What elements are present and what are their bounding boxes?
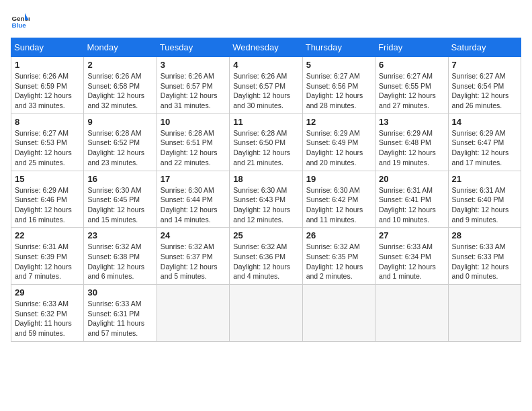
day-info: Sunrise: 6:27 AM Sunset: 6:53 PM Dayligh… [15, 128, 80, 168]
calendar-day-cell: 3Sunrise: 6:26 AM Sunset: 6:57 PM Daylig… [157, 57, 229, 114]
calendar-day-cell [448, 285, 521, 342]
day-number: 3 [161, 60, 226, 70]
calendar-day-cell: 2Sunrise: 6:26 AM Sunset: 6:58 PM Daylig… [84, 57, 157, 114]
calendar-day-cell: 7Sunrise: 6:27 AM Sunset: 6:54 PM Daylig… [448, 57, 521, 114]
day-info: Sunrise: 6:26 AM Sunset: 6:58 PM Dayligh… [87, 71, 152, 111]
day-info: Sunrise: 6:28 AM Sunset: 6:51 PM Dayligh… [161, 128, 226, 168]
calendar-day-cell: 8Sunrise: 6:27 AM Sunset: 6:53 PM Daylig… [11, 113, 84, 171]
day-info: Sunrise: 6:26 AM Sunset: 6:57 PM Dayligh… [233, 71, 298, 111]
day-info: Sunrise: 6:33 AM Sunset: 6:31 PM Dayligh… [87, 299, 152, 338]
day-info: Sunrise: 6:32 AM Sunset: 6:35 PM Dayligh… [306, 242, 371, 281]
weekday-header: Monday [84, 38, 157, 57]
day-number: 1 [15, 60, 80, 70]
day-info: Sunrise: 6:27 AM Sunset: 6:56 PM Dayligh… [306, 71, 371, 111]
day-number: 30 [87, 287, 152, 298]
day-number: 8 [15, 117, 80, 127]
day-number: 13 [379, 117, 444, 127]
calendar-day-cell: 25Sunrise: 6:32 AM Sunset: 6:36 PM Dayli… [230, 228, 302, 285]
day-info: Sunrise: 6:27 AM Sunset: 6:55 PM Dayligh… [379, 71, 444, 111]
weekday-header: Saturday [448, 38, 521, 57]
day-info: Sunrise: 6:26 AM Sunset: 6:59 PM Dayligh… [15, 71, 80, 111]
logo-icon: General Blue [11, 11, 30, 30]
calendar-day-cell: 27Sunrise: 6:33 AM Sunset: 6:34 PM Dayli… [375, 228, 448, 285]
calendar-day-cell: 1Sunrise: 6:26 AM Sunset: 6:59 PM Daylig… [11, 57, 84, 114]
day-info: Sunrise: 6:33 AM Sunset: 6:33 PM Dayligh… [452, 242, 517, 281]
calendar-week-row: 22Sunrise: 6:31 AM Sunset: 6:39 PM Dayli… [11, 228, 521, 285]
day-info: Sunrise: 6:29 AM Sunset: 6:46 PM Dayligh… [15, 185, 80, 225]
day-info: Sunrise: 6:32 AM Sunset: 6:37 PM Dayligh… [161, 242, 226, 281]
calendar-day-cell: 16Sunrise: 6:30 AM Sunset: 6:45 PM Dayli… [84, 171, 157, 228]
weekday-header: Wednesday [230, 38, 302, 57]
day-info: Sunrise: 6:28 AM Sunset: 6:50 PM Dayligh… [233, 128, 298, 168]
calendar-day-cell: 20Sunrise: 6:31 AM Sunset: 6:41 PM Dayli… [375, 171, 448, 228]
calendar-day-cell: 13Sunrise: 6:29 AM Sunset: 6:48 PM Dayli… [375, 113, 448, 171]
day-number: 10 [161, 117, 226, 127]
calendar-day-cell: 9Sunrise: 6:28 AM Sunset: 6:52 PM Daylig… [84, 113, 157, 171]
day-number: 22 [15, 230, 80, 240]
day-number: 15 [15, 174, 80, 184]
calendar-day-cell: 19Sunrise: 6:30 AM Sunset: 6:42 PM Dayli… [302, 171, 375, 228]
day-number: 19 [306, 174, 371, 184]
calendar-week-row: 8Sunrise: 6:27 AM Sunset: 6:53 PM Daylig… [11, 113, 521, 171]
calendar-week-row: 1Sunrise: 6:26 AM Sunset: 6:59 PM Daylig… [11, 57, 521, 114]
calendar-day-cell: 14Sunrise: 6:29 AM Sunset: 6:47 PM Dayli… [448, 113, 521, 171]
calendar-day-cell: 4Sunrise: 6:26 AM Sunset: 6:57 PM Daylig… [230, 57, 302, 114]
day-info: Sunrise: 6:30 AM Sunset: 6:42 PM Dayligh… [306, 185, 371, 225]
day-info: Sunrise: 6:29 AM Sunset: 6:48 PM Dayligh… [379, 128, 444, 168]
calendar-day-cell [375, 285, 448, 342]
day-number: 16 [87, 174, 152, 184]
day-number: 4 [233, 60, 298, 70]
calendar-table: SundayMondayTuesdayWednesdayThursdayFrid… [11, 38, 521, 342]
weekday-header: Thursday [302, 38, 375, 57]
day-info: Sunrise: 6:30 AM Sunset: 6:45 PM Dayligh… [87, 185, 152, 225]
calendar-day-cell: 18Sunrise: 6:30 AM Sunset: 6:43 PM Dayli… [230, 171, 302, 228]
day-info: Sunrise: 6:29 AM Sunset: 6:49 PM Dayligh… [306, 128, 371, 168]
svg-text:Blue: Blue [11, 21, 26, 29]
day-number: 27 [379, 230, 444, 240]
day-info: Sunrise: 6:32 AM Sunset: 6:38 PM Dayligh… [87, 242, 152, 281]
calendar-day-cell: 28Sunrise: 6:33 AM Sunset: 6:33 PM Dayli… [448, 228, 521, 285]
day-number: 9 [87, 117, 152, 127]
calendar-day-cell: 11Sunrise: 6:28 AM Sunset: 6:50 PM Dayli… [230, 113, 302, 171]
weekday-header: Sunday [11, 38, 84, 57]
calendar-day-cell: 26Sunrise: 6:32 AM Sunset: 6:35 PM Dayli… [302, 228, 375, 285]
day-info: Sunrise: 6:30 AM Sunset: 6:43 PM Dayligh… [233, 185, 298, 225]
day-number: 17 [161, 174, 226, 184]
calendar-day-cell: 22Sunrise: 6:31 AM Sunset: 6:39 PM Dayli… [11, 228, 84, 285]
day-number: 28 [452, 230, 517, 240]
calendar-week-row: 29Sunrise: 6:33 AM Sunset: 6:32 PM Dayli… [11, 285, 521, 342]
day-number: 24 [161, 230, 226, 240]
day-number: 29 [15, 287, 80, 298]
day-number: 26 [306, 230, 371, 240]
day-number: 12 [306, 117, 371, 127]
calendar-day-cell [302, 285, 375, 342]
day-number: 6 [379, 60, 444, 70]
calendar-week-row: 15Sunrise: 6:29 AM Sunset: 6:46 PM Dayli… [11, 171, 521, 228]
weekday-header-row: SundayMondayTuesdayWednesdayThursdayFrid… [11, 38, 521, 57]
logo: General Blue [11, 11, 32, 30]
day-number: 14 [452, 117, 517, 127]
day-number: 11 [233, 117, 298, 127]
calendar-day-cell: 5Sunrise: 6:27 AM Sunset: 6:56 PM Daylig… [302, 57, 375, 114]
day-number: 23 [87, 230, 152, 240]
day-info: Sunrise: 6:33 AM Sunset: 6:32 PM Dayligh… [15, 299, 80, 338]
day-number: 21 [452, 174, 517, 184]
calendar-day-cell: 21Sunrise: 6:31 AM Sunset: 6:40 PM Dayli… [448, 171, 521, 228]
day-info: Sunrise: 6:31 AM Sunset: 6:39 PM Dayligh… [15, 242, 80, 281]
calendar-day-cell: 23Sunrise: 6:32 AM Sunset: 6:38 PM Dayli… [84, 228, 157, 285]
calendar-day-cell: 15Sunrise: 6:29 AM Sunset: 6:46 PM Dayli… [11, 171, 84, 228]
calendar-day-cell: 30Sunrise: 6:33 AM Sunset: 6:31 PM Dayli… [84, 285, 157, 342]
calendar-day-cell: 24Sunrise: 6:32 AM Sunset: 6:37 PM Dayli… [157, 228, 229, 285]
day-number: 18 [233, 174, 298, 184]
day-info: Sunrise: 6:32 AM Sunset: 6:36 PM Dayligh… [233, 242, 298, 281]
calendar-day-cell: 29Sunrise: 6:33 AM Sunset: 6:32 PM Dayli… [11, 285, 84, 342]
day-info: Sunrise: 6:33 AM Sunset: 6:34 PM Dayligh… [379, 242, 444, 281]
calendar-day-cell: 10Sunrise: 6:28 AM Sunset: 6:51 PM Dayli… [157, 113, 229, 171]
day-number: 25 [233, 230, 298, 240]
weekday-header: Friday [375, 38, 448, 57]
day-info: Sunrise: 6:30 AM Sunset: 6:44 PM Dayligh… [161, 185, 226, 225]
day-info: Sunrise: 6:26 AM Sunset: 6:57 PM Dayligh… [161, 71, 226, 111]
day-number: 2 [87, 60, 152, 70]
day-number: 5 [306, 60, 371, 70]
calendar-day-cell: 12Sunrise: 6:29 AM Sunset: 6:49 PM Dayli… [302, 113, 375, 171]
